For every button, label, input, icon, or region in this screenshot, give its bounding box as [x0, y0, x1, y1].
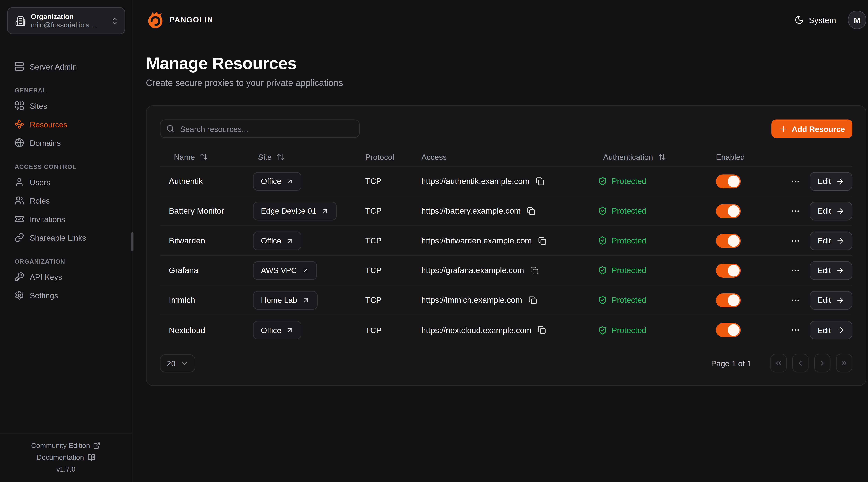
enabled-toggle[interactable]: [716, 204, 741, 218]
edit-button[interactable]: Edit: [810, 172, 852, 191]
enabled-toggle[interactable]: [716, 323, 741, 337]
sidebar-item-api-keys[interactable]: API Keys: [7, 267, 125, 286]
enabled-toggle[interactable]: [716, 174, 741, 188]
add-resource-button[interactable]: Add Resource: [772, 119, 852, 138]
sidebar-item-shareable-links[interactable]: Shareable Links: [7, 228, 125, 247]
sidebar-item-label: Invitations: [30, 215, 65, 223]
arrow-right-icon: [836, 207, 844, 215]
site-link-button[interactable]: Office: [253, 231, 302, 250]
table-row: Immich Home Lab TCP https://immich.examp…: [160, 285, 852, 315]
sidebar-item-label: Server Admin: [30, 62, 77, 71]
next-page-button[interactable]: [814, 354, 831, 372]
chevron-down-icon: [181, 359, 188, 367]
row-menu-button[interactable]: [788, 233, 802, 248]
copy-icon: [537, 326, 546, 334]
auth-status-badge: Protected: [598, 206, 646, 215]
column-header-name[interactable]: Name: [160, 152, 244, 161]
sidebar-item-roles[interactable]: Roles: [7, 191, 125, 210]
arrow-right-icon: [836, 177, 844, 185]
plus-icon: [779, 124, 788, 133]
table-row: Bitwarden Office TCP https://bitwarden.e…: [160, 226, 852, 256]
org-switcher-title: Organization: [31, 13, 105, 21]
sidebar-resize-handle[interactable]: [131, 232, 133, 251]
sidebar-item-settings[interactable]: Settings: [7, 286, 125, 304]
page-size-select[interactable]: 20: [160, 354, 195, 372]
resource-url: https://authentik.example.com: [421, 176, 529, 186]
resource-url: https://grafana.example.com: [421, 266, 524, 275]
copy-url-button[interactable]: [537, 326, 546, 334]
row-menu-button[interactable]: [788, 293, 802, 307]
shield-check-icon: [598, 325, 607, 334]
site-link-button[interactable]: Home Lab: [253, 291, 317, 309]
users-icon: [14, 196, 24, 205]
ellipsis-icon: [790, 265, 800, 275]
arrow-up-right-icon: [302, 296, 310, 303]
enabled-toggle[interactable]: [716, 293, 741, 307]
previous-page-button[interactable]: [792, 354, 809, 372]
edit-button[interactable]: Edit: [810, 261, 852, 280]
sidebar-item-users[interactable]: Users: [7, 173, 125, 191]
copy-icon: [530, 266, 538, 275]
sidebar-section-general: GENERAL: [7, 87, 125, 94]
table-row: Battery Monitor Edge Device 01 TCP https…: [160, 196, 852, 226]
last-page-button[interactable]: [836, 354, 852, 372]
enabled-toggle[interactable]: [716, 263, 741, 277]
org-switcher[interactable]: Organization milo@fossorial.io's ...: [7, 7, 125, 34]
sidebar-item-resources[interactable]: Resources: [7, 115, 125, 134]
column-header-authentication[interactable]: Authentication: [589, 152, 707, 161]
sidebar-section-access-control: ACCESS CONTROL: [7, 163, 125, 170]
row-menu-button[interactable]: [788, 174, 802, 188]
arrow-right-icon: [836, 236, 844, 245]
copy-url-button[interactable]: [538, 236, 546, 245]
documentation-link[interactable]: Documentation: [37, 453, 95, 461]
edit-button[interactable]: Edit: [810, 321, 852, 340]
theme-toggle-button[interactable]: System: [795, 15, 836, 25]
sidebar-item-server-admin[interactable]: Server Admin: [7, 57, 125, 76]
user-icon: [14, 177, 24, 187]
resource-protocol: TCP: [365, 295, 381, 304]
copy-url-button[interactable]: [527, 207, 535, 215]
copy-url-button[interactable]: [535, 177, 544, 185]
app: Organization milo@fossorial.io's ... Ser…: [0, 0, 868, 482]
page-subtitle: Create secure proxies to your private ap…: [146, 78, 866, 88]
waypoints-icon: [14, 119, 24, 129]
copy-url-button[interactable]: [528, 296, 537, 304]
edit-button[interactable]: Edit: [810, 291, 852, 309]
shield-check-icon: [598, 295, 607, 304]
link-icon: [14, 233, 24, 242]
edit-button[interactable]: Edit: [810, 202, 852, 220]
ellipsis-icon: [790, 176, 800, 186]
site-link-button[interactable]: Office: [253, 172, 302, 191]
site-link-button[interactable]: AWS VPC: [253, 261, 317, 280]
sidebar-item-sites[interactable]: Sites: [7, 96, 125, 115]
column-header-site[interactable]: Site: [244, 152, 356, 161]
resource-url: https://immich.example.com: [421, 295, 522, 304]
search-input[interactable]: [160, 119, 360, 138]
copy-url-button[interactable]: [530, 266, 538, 275]
row-menu-button[interactable]: [788, 263, 802, 277]
table-header: Name Site Protocol Access Authenticati: [160, 148, 852, 167]
resource-name: Bitwarden: [169, 236, 205, 245]
theme-label: System: [809, 15, 836, 25]
arrow-up-right-icon: [286, 178, 293, 185]
resource-protocol: TCP: [365, 176, 381, 186]
sidebar-item-domains[interactable]: Domains: [7, 133, 125, 152]
chevron-right-icon: [818, 359, 826, 367]
sidebar-item-invitations[interactable]: Invitations: [7, 210, 125, 228]
enabled-toggle[interactable]: [716, 233, 741, 248]
auth-status-badge: Protected: [598, 325, 646, 334]
chevrons-up-down-icon: [111, 17, 119, 25]
row-menu-button[interactable]: [788, 323, 802, 337]
brand-logo[interactable]: PANGOLIN: [146, 10, 213, 30]
sort-icon: [277, 153, 284, 161]
moon-icon: [795, 15, 804, 25]
first-page-button[interactable]: [770, 354, 787, 372]
row-menu-button[interactable]: [788, 204, 802, 218]
auth-status-badge: Protected: [598, 176, 646, 186]
community-edition-link[interactable]: Community Edition: [31, 442, 101, 450]
resource-name: Grafana: [169, 266, 198, 275]
avatar[interactable]: M: [848, 10, 866, 29]
site-link-button[interactable]: Office: [253, 321, 302, 340]
site-link-button[interactable]: Edge Device 01: [253, 202, 337, 220]
edit-button[interactable]: Edit: [810, 231, 852, 250]
